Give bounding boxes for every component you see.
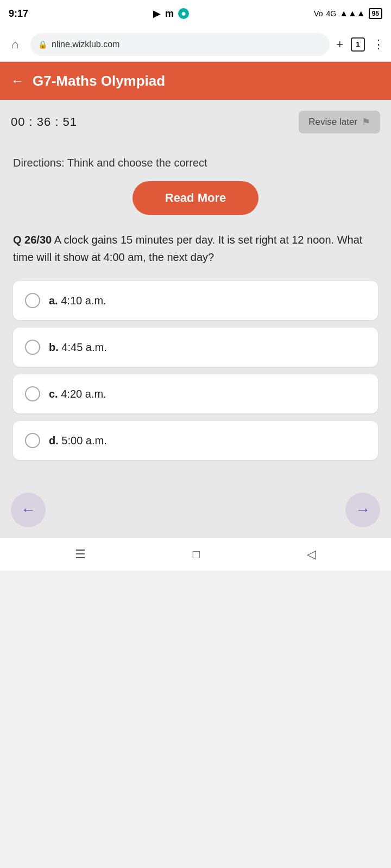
browser-bar: ⌂ 🔒 nline.wizklub.com + 1 ⋮	[0, 27, 391, 62]
radio-d[interactable]	[25, 433, 40, 448]
option-a[interactable]: a. 4:10 a.m.	[13, 281, 378, 320]
question-number: Q 26/30	[13, 234, 52, 246]
directions-text: Directions: Think and choose the correct	[13, 155, 378, 170]
revise-later-label: Revise later	[308, 117, 357, 127]
prev-arrow-icon: ←	[21, 501, 36, 519]
app-header: ← G7-Maths Olympiad	[0, 62, 391, 100]
radio-b[interactable]	[25, 340, 40, 355]
android-home-icon[interactable]: □	[193, 547, 200, 561]
revise-later-button[interactable]: Revise later ⚑	[299, 111, 380, 133]
tab-count[interactable]: 1	[351, 37, 365, 52]
status-icons-media: ▶ m ●	[153, 8, 189, 20]
status-bar: 9:17 ▶ m ● Vo 4G ▲▲▲ 95	[0, 0, 391, 27]
android-back-icon[interactable]: ◁	[307, 547, 316, 561]
wifi-signal-icon: ▲▲▲	[339, 9, 365, 18]
next-button[interactable]: →	[345, 493, 380, 527]
option-d-label: d. 5:00 a.m.	[49, 435, 107, 447]
lock-icon: 🔒	[38, 40, 47, 49]
mail-icon: m	[165, 8, 174, 20]
next-arrow-icon: →	[355, 501, 370, 519]
flag-icon: ⚑	[362, 116, 370, 128]
timer-display: 00 : 36 : 51	[11, 115, 77, 129]
4g-icon: 4G	[326, 9, 336, 18]
home-icon[interactable]: ⌂	[7, 36, 24, 53]
android-menu-icon[interactable]: ☰	[75, 547, 86, 561]
option-d[interactable]: d. 5:00 a.m.	[13, 421, 378, 460]
browser-actions: + 1 ⋮	[336, 37, 384, 52]
url-text: nline.wizklub.com	[52, 40, 119, 49]
status-time: 9:17	[9, 8, 28, 20]
radio-a[interactable]	[25, 293, 40, 308]
options-list: a. 4:10 a.m. b. 4:45 a.m. c. 4:20 a.m. d…	[13, 281, 378, 476]
app-icon: ●	[178, 8, 189, 19]
page-title: G7-Maths Olympiad	[33, 73, 165, 90]
question-text: Q 26/30 A clock gains 15 minutes per day…	[13, 231, 378, 266]
prev-button[interactable]: ←	[11, 493, 46, 527]
android-nav-bar: ☰ □ ◁	[0, 538, 391, 571]
option-b[interactable]: b. 4:45 a.m.	[13, 328, 378, 367]
question-body: A clock gains 15 minutes per day. It is …	[13, 234, 362, 263]
signal-icon: Vo	[314, 9, 323, 18]
youtube-icon: ▶	[153, 8, 161, 20]
read-more-button[interactable]: Read More	[133, 181, 258, 215]
option-c-label: c. 4:20 a.m.	[49, 388, 106, 400]
option-b-label: b. 4:45 a.m.	[49, 341, 107, 354]
option-c[interactable]: c. 4:20 a.m.	[13, 374, 378, 413]
more-options-button[interactable]: ⋮	[373, 37, 384, 52]
back-button[interactable]: ←	[11, 73, 24, 88]
timer-row: 00 : 36 : 51 Revise later ⚑	[0, 100, 391, 139]
content-area: Directions: Think and choose the correct…	[0, 139, 391, 487]
new-tab-button[interactable]: +	[336, 37, 343, 52]
status-right-icons: Vo 4G ▲▲▲ 95	[314, 8, 382, 19]
battery-icon: 95	[369, 8, 382, 19]
option-a-label: a. 4:10 a.m.	[49, 295, 106, 307]
url-bar[interactable]: 🔒 nline.wizklub.com	[30, 33, 330, 56]
radio-c[interactable]	[25, 386, 40, 401]
nav-arrows: ← →	[0, 487, 391, 538]
